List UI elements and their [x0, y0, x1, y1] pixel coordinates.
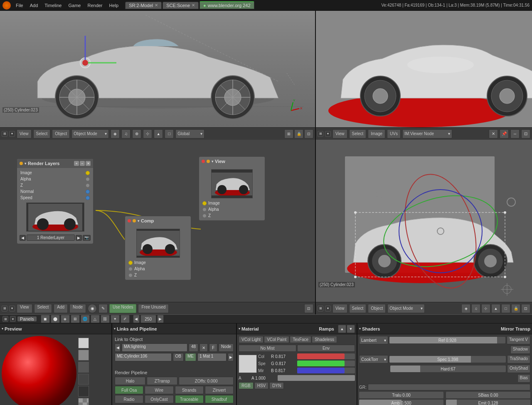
panels-num-right[interactable]: ▶	[157, 315, 164, 323]
render-view[interactable]: View	[332, 129, 347, 138]
tab-blender-org[interactable]: ● www.blender.org 242	[200, 1, 254, 9]
panels-script-icon[interactable]: ✐	[121, 315, 130, 323]
panels-tab[interactable]: Panels	[17, 316, 37, 321]
panels-constraint-icon[interactable]: ⛓	[101, 315, 110, 323]
mat-slot-next[interactable]: ▶	[228, 353, 234, 361]
swatch-mat[interactable]	[78, 374, 89, 385]
panels-icon[interactable]: ⊞	[2, 316, 8, 322]
col-swatch[interactable]	[239, 355, 257, 373]
panels-tri[interactable]: ▾	[10, 316, 16, 322]
dyn-btn[interactable]: DYN	[269, 382, 284, 389]
node-node-btn[interactable]: Node	[69, 304, 86, 313]
mat-prev-btn[interactable]: ◀	[115, 343, 121, 352]
viewport-3d-left[interactable]: X Y (250) Cylinder.023 ⊞ ▾ View Select O…	[0, 11, 316, 140]
view-node[interactable]: ▾ View	[199, 156, 265, 221]
vr-fullscreen[interactable]: ⊡	[521, 304, 530, 313]
vr-object[interactable]: Object	[368, 304, 386, 313]
viewport-mode-left[interactable]: Object Mode▾	[71, 129, 109, 138]
node-tri[interactable]: ▾	[9, 306, 15, 311]
menu-game[interactable]: Game	[66, 2, 82, 9]
viewport-tri-left[interactable]: ▾	[9, 131, 15, 137]
close-tab-sr2[interactable]: ✕	[155, 3, 158, 7]
vr-select[interactable]: Select	[349, 304, 367, 313]
render-viewer-node[interactable]: IM:Viewer Node▾	[402, 129, 452, 138]
trashado-btn[interactable]: TraShado	[507, 355, 530, 363]
tralu-bar[interactable]: Tralu 0.00	[359, 392, 443, 398]
ref-bar[interactable]: Ref 0.928	[389, 337, 505, 343]
render-pin[interactable]: 📌	[500, 129, 509, 138]
vr-cursor[interactable]: ⊹	[481, 304, 490, 313]
vr-headphone[interactable]: ♫	[471, 304, 480, 313]
speed-socket-out[interactable]	[86, 196, 90, 200]
shaders-tri[interactable]: ▾	[359, 327, 361, 331]
node-free-unused-btn[interactable]: Free Unused	[138, 304, 169, 313]
node-icon[interactable]: ⊞	[2, 306, 7, 311]
swatch-gray[interactable]	[78, 350, 89, 361]
cooktorr-dropdown[interactable]: CookTorr▾	[359, 355, 388, 363]
vr-tri2[interactable]: ▲	[491, 304, 500, 313]
mat-num-field[interactable]: 48	[189, 343, 198, 352]
shadbuf-btn[interactable]: Shadbuf	[205, 395, 234, 403]
mat-dn-arrow[interactable]: ▼	[347, 325, 355, 333]
view-z-in[interactable]	[202, 214, 207, 218]
alpha-socket-out[interactable]	[86, 177, 90, 181]
canvas-area-right[interactable]: (250) Cylinder.023	[316, 140, 532, 302]
viewport-icon2[interactable]: ⊕	[132, 129, 141, 138]
mat-up-arrow[interactable]: ▲	[338, 325, 346, 333]
layer-next[interactable]: ▶	[76, 235, 82, 241]
render-icon[interactable]: ⊞	[318, 131, 323, 137]
tangentv-btn[interactable]: Tangent V	[507, 336, 530, 344]
vr-tri[interactable]: ▾	[325, 306, 331, 311]
env-btn[interactable]: Env	[297, 345, 355, 352]
viewport-canvas-left[interactable]: X Y (250) Cylinder.023	[0, 11, 315, 127]
image-socket-out[interactable]	[86, 171, 90, 175]
node-fullscreen[interactable]: ⊡	[304, 304, 313, 313]
viewport-view-left[interactable]: View	[17, 129, 32, 138]
node-add-btn[interactable]: Add	[54, 304, 68, 313]
vr-icon[interactable]: ⊞	[318, 306, 323, 311]
mat-tab-shadeless[interactable]: Shadeless	[312, 336, 337, 343]
render-image[interactable]: Image	[368, 129, 385, 138]
node-use-nodes-btn[interactable]: Use Nodes	[109, 304, 136, 313]
menu-help[interactable]: Help	[108, 2, 121, 9]
viewport-mesh-icon[interactable]: ◈	[111, 129, 120, 138]
node-editor[interactable]: ▾ Render Layers + − ✕ Image	[0, 140, 316, 314]
ztransp-btn[interactable]: ZTransp	[147, 377, 177, 385]
mat-tab-texface[interactable]: TexFace	[290, 336, 311, 343]
render-tri[interactable]: ▾	[325, 131, 331, 137]
render-layers-x[interactable]: ✕	[86, 161, 91, 166]
viewport-fullscreen-icon[interactable]: ⊡	[304, 129, 313, 138]
node-edit-icon[interactable]: ✎	[99, 304, 108, 313]
layer-name[interactable]: 1 RenderLayer	[27, 235, 75, 241]
vr-icon2[interactable]: ◈	[461, 304, 470, 313]
viewport-icon-left[interactable]: ⊞	[2, 131, 7, 137]
fullosa-btn[interactable]: Full Osa	[115, 386, 143, 394]
viewport-headphones-icon[interactable]: ♫	[121, 129, 131, 138]
hsv-btn[interactable]: HSV	[254, 382, 269, 389]
viewport-snap-icon[interactable]: ⊞	[284, 129, 293, 138]
shadow-btn[interactable]: Shadow	[510, 346, 530, 354]
rgb-btn[interactable]: RGB	[239, 382, 254, 389]
render-layers-node[interactable]: ▾ Render Layers + − ✕ Image	[17, 158, 94, 244]
links-tri[interactable]: ▾	[114, 327, 116, 331]
ob-btn[interactable]: OB	[173, 353, 184, 361]
panels-obj-icon[interactable]: △	[91, 315, 100, 323]
emit-bar[interactable]: Emit 0.128	[446, 400, 530, 405]
strands-btn[interactable]: Strands	[175, 386, 204, 394]
mat-slot-field[interactable]: 1 Mat 1	[197, 353, 227, 361]
panels-world-icon[interactable]: 🌐	[81, 315, 90, 323]
gr-input[interactable]	[368, 384, 530, 390]
render-canvas[interactable]	[316, 11, 532, 127]
render-close[interactable]: ✕	[489, 129, 498, 138]
viewport-select-left[interactable]: Select	[33, 129, 51, 138]
render-uvs[interactable]: UVs	[387, 129, 401, 138]
render-layers-arrow[interactable]: ▾	[25, 162, 26, 165]
menu-render[interactable]: Render	[86, 2, 104, 9]
viewport-3d-right[interactable]: (250) Cylinder.023 ⊞ ▾ View Select Objec…	[316, 140, 532, 314]
panels-sphere-icon[interactable]: ⬤	[51, 315, 60, 323]
onlycast-btn[interactable]: OnlyCast	[145, 395, 173, 403]
node-view-btn[interactable]: View	[17, 304, 32, 313]
panels-mat-icon[interactable]: ◈	[61, 315, 70, 323]
viewport-global-left[interactable]: Global▾	[175, 129, 204, 138]
swatch-white[interactable]	[78, 338, 89, 348]
